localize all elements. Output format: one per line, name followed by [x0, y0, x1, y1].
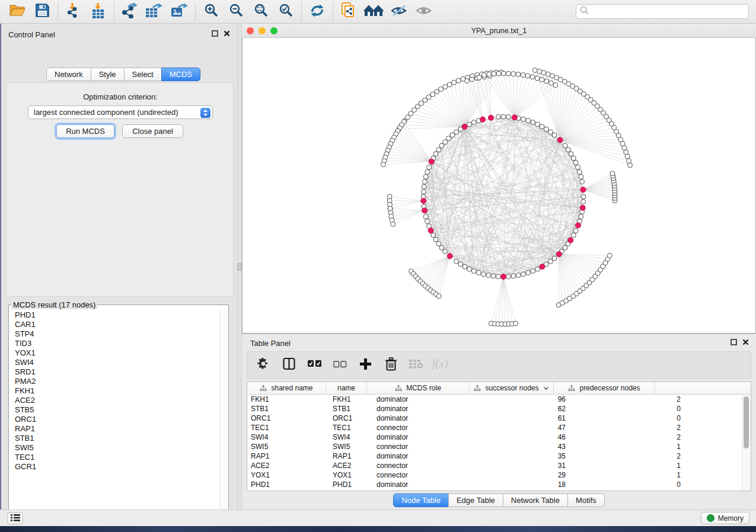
- graph-node[interactable]: [573, 229, 578, 233]
- cell-name[interactable]: PHD1: [329, 480, 373, 489]
- graph-node[interactable]: [530, 75, 535, 79]
- cell-MCDS-role[interactable]: connector: [373, 424, 479, 432]
- graph-node[interactable]: [566, 148, 570, 152]
- graph-node[interactable]: [467, 267, 472, 271]
- cell-name[interactable]: SWI5: [329, 443, 373, 451]
- cell-name[interactable]: TEC1: [329, 424, 373, 432]
- cell-successor-nodes[interactable]: 18: [479, 480, 576, 489]
- cell-predecessor-nodes[interactable]: 0: [576, 414, 691, 422]
- network-window-titlebar[interactable]: YPA_prune.txt_1: [242, 24, 756, 38]
- delete-column-button[interactable]: [383, 357, 398, 373]
- mcds-node[interactable]: [429, 159, 434, 164]
- graph-node[interactable]: [540, 77, 544, 82]
- panel-menu-button[interactable]: [7, 512, 23, 524]
- close-panel-icon[interactable]: [223, 30, 230, 37]
- tab-edge-table[interactable]: Edge Table: [448, 493, 503, 507]
- cell-successor-nodes[interactable]: 47: [479, 424, 576, 432]
- cell-name[interactable]: FKH1: [329, 395, 373, 403]
- table-row[interactable]: YOX1YOX1connector291: [247, 470, 751, 480]
- cell-shared-name[interactable]: RAP1: [247, 452, 329, 460]
- graph-node[interactable]: [516, 72, 521, 77]
- table-row[interactable]: RAP1RAP1dominator352: [247, 451, 751, 461]
- cell-shared-name[interactable]: STB1: [247, 405, 329, 413]
- mcds-node[interactable]: [447, 254, 452, 259]
- cell-shared-name[interactable]: ACE2: [247, 462, 329, 470]
- cell-name[interactable]: RAP1: [329, 452, 373, 460]
- table-scrollbar[interactable]: [742, 395, 751, 491]
- cell-name[interactable]: SWI4: [329, 433, 373, 441]
- search-input[interactable]: [589, 7, 745, 17]
- graph-node[interactable]: [569, 152, 573, 156]
- zoom-in-button[interactable]: [199, 2, 224, 22]
- graph-node[interactable]: [436, 294, 441, 299]
- graph-node[interactable]: [544, 79, 549, 84]
- graph-node[interactable]: [526, 270, 531, 275]
- mcds-result-item[interactable]: PMA2: [15, 377, 219, 386]
- cell-predecessor-nodes[interactable]: 1: [576, 471, 691, 479]
- cell-predecessor-nodes[interactable]: 2: [576, 395, 691, 403]
- mcds-result-item[interactable]: STP4: [15, 329, 219, 339]
- graph-node[interactable]: [464, 79, 469, 84]
- graph-node[interactable]: [481, 272, 486, 277]
- cell-MCDS-role[interactable]: dominator: [373, 414, 479, 422]
- graph-node[interactable]: [427, 165, 432, 169]
- mcds-result-item[interactable]: TEC1: [15, 453, 219, 462]
- settings-gear-button[interactable]: [256, 357, 271, 373]
- mcds-node[interactable]: [557, 137, 563, 143]
- cell-MCDS-role[interactable]: dominator: [373, 395, 479, 403]
- cell-name[interactable]: STB1: [329, 405, 373, 413]
- graph-node[interactable]: [462, 264, 467, 269]
- table-row[interactable]: SWI5SWI5connector431: [247, 442, 751, 451]
- graph-node[interactable]: [537, 69, 542, 74]
- graph-node[interactable]: [580, 180, 585, 184]
- graph-node[interactable]: [548, 259, 553, 264]
- graph-node[interactable]: [511, 274, 516, 278]
- table-row[interactable]: TEC1TEC1connector472: [247, 423, 751, 432]
- tab-select[interactable]: Select: [124, 68, 162, 81]
- duplicate-network-button[interactable]: [336, 2, 361, 22]
- cell-shared-name[interactable]: ORC1: [247, 414, 329, 422]
- graph-node[interactable]: [581, 194, 586, 199]
- graph-node[interactable]: [433, 237, 438, 242]
- mcds-result-item[interactable]: SWI5: [15, 443, 219, 453]
- graph-node[interactable]: [501, 114, 506, 119]
- column-header-MCDS-role[interactable]: MCDS role: [367, 382, 470, 394]
- graph-node[interactable]: [431, 233, 436, 238]
- graph-node[interactable]: [422, 184, 426, 189]
- graph-node[interactable]: [513, 321, 518, 326]
- mcds-result-item[interactable]: ORC1: [15, 415, 219, 424]
- cell-shared-name[interactable]: SWI5: [247, 443, 329, 451]
- tab-node-table[interactable]: Node Table: [393, 493, 449, 507]
- graph-node[interactable]: [487, 72, 492, 76]
- mcds-node[interactable]: [512, 115, 517, 120]
- show-columns-button[interactable]: [281, 357, 296, 373]
- tab-network-table[interactable]: Network Table: [503, 493, 568, 507]
- mcds-result-item[interactable]: FKH1: [15, 386, 219, 396]
- table-row[interactable]: PHD1PHD1dominator180: [247, 480, 751, 489]
- export-image-button[interactable]: [167, 2, 192, 22]
- graph-node[interactable]: [563, 245, 567, 250]
- column-header-name[interactable]: name: [326, 382, 367, 394]
- search-box[interactable]: [576, 4, 749, 19]
- cell-name[interactable]: ACE2: [329, 462, 373, 470]
- mcds-node[interactable]: [580, 187, 586, 193]
- tab-mcds[interactable]: MCDS: [161, 68, 200, 81]
- column-header-successor-nodes[interactable]: successor nodes: [470, 382, 554, 394]
- graph-node[interactable]: [447, 82, 452, 87]
- cell-successor-nodes[interactable]: 62: [479, 405, 576, 413]
- mcds-result-item[interactable]: CAR1: [15, 320, 219, 329]
- graph-node[interactable]: [548, 130, 553, 134]
- graph-node[interactable]: [439, 143, 444, 148]
- graph-node[interactable]: [540, 124, 544, 129]
- graph-node[interactable]: [610, 171, 615, 176]
- cell-successor-nodes[interactable]: 43: [479, 443, 576, 451]
- cell-predecessor-nodes[interactable]: 1: [576, 462, 691, 470]
- graph-node[interactable]: [552, 133, 557, 137]
- tab-style[interactable]: Style: [91, 68, 125, 81]
- graph-node[interactable]: [579, 174, 583, 179]
- network-graph[interactable]: [243, 38, 755, 332]
- graph-node[interactable]: [391, 222, 395, 226]
- graph-node[interactable]: [491, 274, 496, 278]
- graph-node[interactable]: [492, 72, 496, 76]
- tab-network[interactable]: Network: [46, 68, 91, 81]
